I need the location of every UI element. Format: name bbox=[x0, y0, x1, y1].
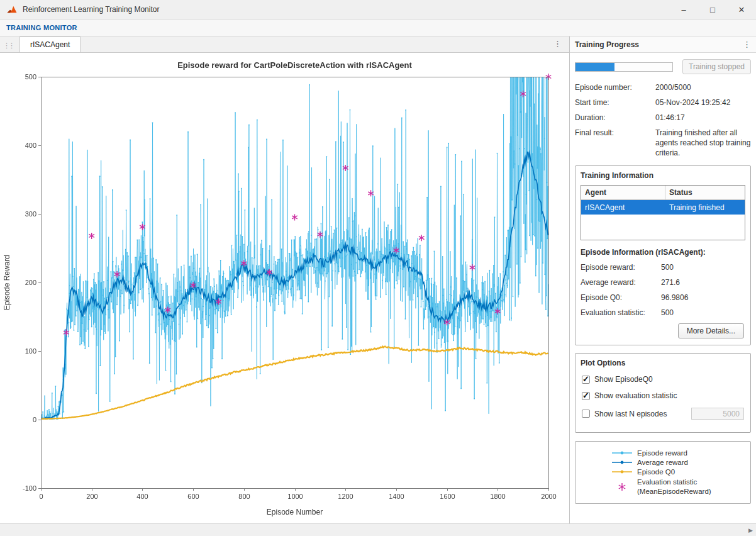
legend-item-evaluation-statistic: Evaluation statistic (MeanEpisodeReward) bbox=[611, 477, 748, 496]
table-row-risacagent[interactable]: rISACAgent Training finished bbox=[581, 200, 745, 215]
document-tab-bar: ⋮⋮ rISACAgent ⋮ bbox=[0, 36, 569, 53]
stat-label: Evaluation statistic: bbox=[581, 308, 661, 317]
ribbon-bar: TRAINING MONITOR bbox=[0, 20, 756, 36]
progress-bar bbox=[575, 62, 673, 72]
panel-title: Training Progress bbox=[575, 40, 639, 49]
close-icon: ✕ bbox=[738, 6, 745, 14]
option-label: Show evaluation statistic bbox=[594, 391, 677, 400]
main-content: ⋮⋮ rISACAgent ⋮ Training Progress ⋮ Trai… bbox=[0, 36, 756, 523]
episode-information-title: Episode Information (rISACAgent): bbox=[581, 248, 745, 257]
field-episode-number: Episode number: 2000/5000 bbox=[575, 83, 751, 92]
stat-value: 271.6 bbox=[661, 278, 680, 287]
stat-label: Episode reward: bbox=[581, 263, 661, 272]
training-information-title: Training Information bbox=[581, 171, 745, 180]
agent-status-table: Agent Status rISACAgent Training finishe… bbox=[581, 185, 745, 240]
stat-average-reward: Average reward: 271.6 bbox=[581, 278, 745, 287]
field-value: 05-Nov-2024 19:25:42 bbox=[655, 98, 751, 107]
field-value: 01:46:17 bbox=[655, 113, 751, 122]
progress-bar-fill bbox=[575, 63, 614, 71]
legend-item-episode-reward: Episode reward bbox=[611, 449, 748, 457]
field-label: Start time: bbox=[575, 98, 655, 107]
tab-label: rISACAgent bbox=[30, 40, 70, 49]
table-empty-space bbox=[581, 215, 745, 240]
stat-episode-q0: Episode Q0: 96.9806 bbox=[581, 293, 745, 302]
table-header-status: Status bbox=[665, 186, 745, 199]
stat-label: Average reward: bbox=[581, 278, 661, 287]
table-cell-agent: rISACAgent bbox=[581, 200, 665, 215]
option-show-evaluation-statistic: Show evaluation statistic bbox=[582, 391, 744, 400]
chart-area bbox=[0, 53, 569, 523]
show-evaluation-statistic-checkbox[interactable] bbox=[582, 392, 590, 400]
n-episodes-input[interactable] bbox=[691, 408, 744, 420]
field-label: Final result: bbox=[575, 128, 655, 158]
minimize-button[interactable]: – bbox=[669, 0, 698, 19]
more-details-button[interactable]: More Details... bbox=[678, 323, 744, 338]
show-episodeq0-checkbox[interactable] bbox=[582, 376, 590, 384]
training-progress-panel: Training Progress ⋮ Training stopped Epi… bbox=[569, 36, 756, 523]
option-show-episodeq0: Show EpisodeQ0 bbox=[582, 375, 744, 384]
legend-label: Episode reward bbox=[637, 449, 687, 457]
legend-item-average-reward: Average reward bbox=[611, 459, 748, 466]
table-header-agent: Agent bbox=[581, 186, 665, 199]
training-stopped-button[interactable]: Training stopped bbox=[682, 59, 751, 74]
legend-item-episode-q0: Episode Q0 bbox=[611, 468, 748, 476]
field-final-result: Final result: Training finished after al… bbox=[575, 128, 751, 158]
document-area: ⋮⋮ rISACAgent ⋮ bbox=[0, 36, 569, 523]
tab-risacagent[interactable]: rISACAgent bbox=[19, 36, 81, 52]
panel-menu-icon[interactable]: ⋮ bbox=[743, 40, 751, 49]
title-bar: Reinforcement Learning Training Monitor … bbox=[0, 0, 756, 20]
asterisk-marker-icon bbox=[611, 483, 633, 491]
ribbon-tab-training-monitor[interactable]: TRAINING MONITOR bbox=[6, 24, 77, 31]
legend-label-line1: Evaluation statistic bbox=[637, 477, 711, 486]
show-last-n-episodes-checkbox[interactable] bbox=[582, 410, 590, 418]
training-plot bbox=[0, 53, 569, 523]
statusbar-expand-arrow-icon[interactable]: ▶ bbox=[748, 527, 753, 533]
matlab-icon bbox=[6, 4, 18, 15]
window-title: Reinforcement Learning Training Monitor bbox=[23, 5, 159, 14]
field-label: Episode number: bbox=[575, 83, 655, 92]
tab-grip-icon: ⋮⋮ bbox=[3, 42, 13, 50]
field-start-time: Start time: 05-Nov-2024 19:25:42 bbox=[575, 98, 751, 107]
option-label: Show EpisodeQ0 bbox=[594, 375, 653, 384]
progress-row: Training stopped bbox=[575, 59, 751, 74]
stat-value: 500 bbox=[661, 263, 674, 272]
table-header-row: Agent Status bbox=[581, 186, 745, 200]
field-value: Training finished after all agents reach… bbox=[655, 128, 751, 158]
plot-options-group: Plot Options Show EpisodeQ0 Show evaluat… bbox=[575, 353, 751, 433]
line-dot-marker-icon bbox=[611, 459, 633, 466]
tab-overflow-menu-icon[interactable]: ⋮ bbox=[553, 39, 562, 48]
legend-label: Episode Q0 bbox=[637, 468, 675, 476]
option-label: Show last N episodes bbox=[594, 410, 667, 418]
stat-value: 96.9806 bbox=[661, 293, 688, 302]
stat-evaluation-statistic: Evaluation statistic: 500 bbox=[581, 308, 745, 317]
line-dot-marker-icon bbox=[611, 449, 633, 457]
training-information-group: Training Information Agent Status rISACA… bbox=[575, 165, 751, 345]
table-cell-status: Training finished bbox=[665, 200, 745, 215]
field-label: Duration: bbox=[575, 113, 655, 122]
stat-value: 500 bbox=[661, 308, 674, 317]
legend-label-line2: (MeanEpisodeReward) bbox=[637, 487, 711, 496]
field-duration: Duration: 01:46:17 bbox=[575, 113, 751, 122]
window-controls: – □ ✕ bbox=[669, 0, 756, 19]
stat-label: Episode Q0: bbox=[581, 293, 661, 302]
stat-episode-reward: Episode reward: 500 bbox=[581, 263, 745, 272]
status-bar: ▶ bbox=[0, 523, 756, 536]
close-button[interactable]: ✕ bbox=[727, 0, 756, 19]
line-dot-marker-icon bbox=[611, 468, 633, 476]
field-value: 2000/5000 bbox=[655, 83, 751, 92]
maximize-icon: □ bbox=[710, 6, 715, 14]
plot-legend: Episode reward Average reward Episode Q0 bbox=[575, 441, 751, 504]
panel-body: Training stopped Episode number: 2000/50… bbox=[570, 53, 756, 523]
minimize-icon: – bbox=[681, 6, 686, 14]
legend-label: Average reward bbox=[637, 459, 688, 466]
legend-label: Evaluation statistic (MeanEpisodeReward) bbox=[637, 477, 711, 496]
maximize-button[interactable]: □ bbox=[698, 0, 727, 19]
panel-header: Training Progress ⋮ bbox=[570, 36, 756, 53]
plot-options-title: Plot Options bbox=[581, 359, 745, 367]
option-show-last-n-episodes: Show last N episodes bbox=[582, 408, 744, 420]
